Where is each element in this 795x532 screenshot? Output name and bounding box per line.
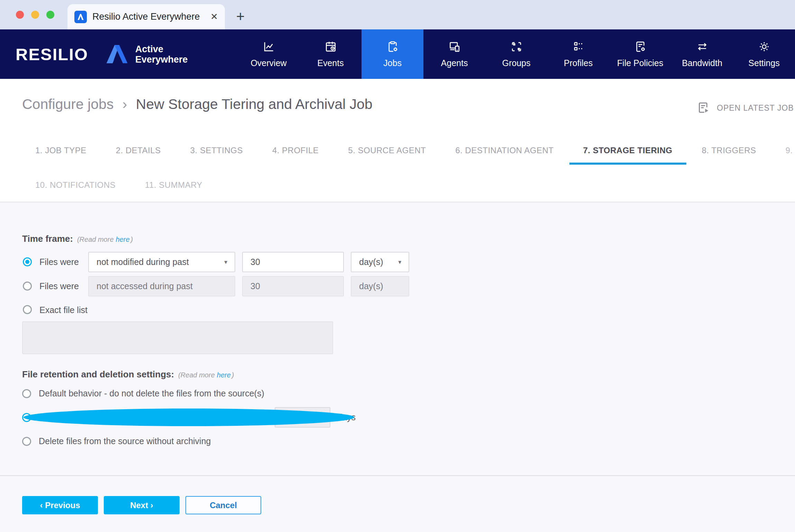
line-chart-icon — [262, 40, 275, 53]
nav-item-profiles[interactable]: Profiles — [547, 29, 609, 79]
maximize-window-button[interactable] — [46, 11, 54, 19]
step-tab-job-scripts[interactable]: 9. JO — [785, 145, 795, 156]
step-tab-notifications[interactable]: 10. NOTIFICATIONS — [35, 180, 116, 190]
retention-read-more-link[interactable]: here — [217, 371, 231, 379]
document-play-icon — [697, 101, 711, 115]
top-navbar: RESILIO Active Everywhere Overview — [0, 29, 795, 79]
browser-tab[interactable]: Resilio Active Everywhere ✕ — [67, 4, 225, 29]
nav-menu: Overview Events Jobs — [238, 29, 795, 79]
wizard-steps-row-2: 10. NOTIFICATIONS 11. SUMMARY — [35, 180, 232, 190]
nav-item-agents[interactable]: Agents — [423, 29, 485, 79]
exact-file-list-label: Exact file list — [39, 300, 88, 320]
gear-icon — [758, 40, 771, 53]
time-frame-option-accessed: Files were not accessed during past day(… — [0, 276, 795, 296]
step-tab-profile[interactable]: 4. PROFILE — [272, 145, 319, 156]
retention-option-delete: Delete files from the source without arc… — [22, 436, 211, 446]
storage-tiering-panel: Time frame:(Read morehere) Files were no… — [0, 203, 795, 532]
arrows-exchange-icon — [696, 40, 709, 53]
page-header: Configure jobs › New Storage Tiering and… — [0, 79, 795, 202]
resilio-wordmark: RESILIO — [16, 45, 88, 64]
new-tab-button[interactable]: + — [232, 9, 248, 25]
open-latest-job-report-button[interactable]: OPEN LATEST JOB R — [697, 101, 795, 115]
radio-files-not-accessed[interactable] — [23, 282, 32, 291]
breadcrumb-separator: › — [122, 96, 127, 112]
nav-item-events[interactable]: Events — [300, 29, 362, 79]
step-tab-details[interactable]: 2. DETAILS — [116, 145, 161, 156]
nav-item-overview[interactable]: Overview — [238, 29, 300, 79]
time-frame-read-more-link[interactable]: here — [116, 236, 130, 243]
retention-option-archive: Delete files from the source(s) and move… — [22, 407, 356, 428]
nav-item-groups[interactable]: Groups — [485, 29, 547, 79]
radio-default-behavior[interactable] — [22, 389, 31, 398]
next-button[interactable]: Next › — [104, 496, 180, 514]
default-behavior-label: Default behavior - do not delete the fil… — [39, 388, 264, 398]
browser-chrome: Resilio Active Everywhere ✕ + — [0, 0, 795, 29]
group-frame-icon — [510, 40, 523, 53]
breadcrumb-configure-jobs[interactable]: Configure jobs — [22, 96, 113, 112]
step-tab-destination-agent[interactable]: 6. DESTINATION AGENT — [455, 145, 554, 156]
window-controls — [16, 11, 54, 19]
exact-file-list-textarea[interactable] — [22, 321, 333, 354]
nav-item-settings[interactable]: Settings — [733, 29, 795, 79]
step-tab-summary[interactable]: 11. SUMMARY — [145, 180, 202, 190]
retention-heading: File retention and deletion settings:(Re… — [22, 369, 234, 380]
page-title: New Storage Tiering and Archival Job — [136, 96, 373, 112]
time-frame-heading: Time frame:(Read morehere) — [22, 233, 133, 244]
radio-move-to-archive[interactable] — [22, 413, 31, 422]
accessed-condition-select[interactable]: not accessed during past — [88, 276, 235, 296]
modified-condition-select[interactable]: not modified during past▼ — [88, 252, 235, 272]
modified-unit-select[interactable]: day(s)▼ — [351, 252, 409, 272]
tab-title: Resilio Active Everywhere — [92, 11, 205, 22]
app-window: Resilio Active Everywhere ✕ + RESILIO Ac… — [0, 0, 795, 532]
time-frame-option-exact-list: Exact file list — [0, 300, 795, 320]
nav-item-bandwidth[interactable]: Bandwidth — [671, 29, 733, 79]
product-name: Active Everywhere — [135, 44, 188, 65]
time-frame-option-modified: Files were not modified during past▼ day… — [0, 252, 795, 272]
delete-without-archiving-label: Delete files from the source without arc… — [39, 436, 211, 446]
accessed-days-input[interactable] — [242, 276, 344, 296]
clipboard-gear-icon — [386, 40, 399, 53]
tab-close-icon[interactable]: ✕ — [210, 11, 218, 22]
resilio-logo-icon — [106, 42, 130, 66]
nav-item-file-policies[interactable]: File Policies — [609, 29, 671, 79]
retention-option-default: Default behavior - do not delete the fil… — [22, 388, 264, 398]
files-were-label-1: Files were — [39, 252, 79, 272]
step-tab-storage-tiering[interactable]: 7. STORAGE TIERING — [583, 145, 672, 156]
document-gear-icon — [634, 40, 647, 53]
step-tab-triggers[interactable]: 8. TRIGGERS — [702, 145, 756, 156]
accessed-unit-select[interactable]: day(s) — [351, 276, 409, 296]
step-tab-source-agent[interactable]: 5. SOURCE AGENT — [348, 145, 426, 156]
brand: RESILIO Active Everywhere — [16, 42, 188, 66]
list-items-icon — [572, 40, 585, 53]
previous-button[interactable]: ‹ Previous — [22, 496, 98, 514]
radio-exact-file-list[interactable] — [23, 305, 32, 314]
footer-divider — [0, 475, 795, 476]
devices-icon — [448, 40, 461, 53]
modified-days-input[interactable] — [242, 252, 344, 272]
chevron-down-icon: ▼ — [397, 253, 402, 272]
resilio-favicon-icon — [74, 11, 87, 23]
radio-files-not-modified[interactable] — [23, 257, 32, 266]
minimize-window-button[interactable] — [31, 11, 39, 19]
step-tab-settings[interactable]: 3. SETTINGS — [190, 145, 243, 156]
close-window-button[interactable] — [16, 11, 24, 19]
step-tab-job-type[interactable]: 1. JOB TYPE — [35, 145, 86, 156]
chevron-down-icon: ▼ — [223, 253, 228, 272]
nav-item-jobs[interactable]: Jobs — [362, 29, 423, 79]
wizard-steps-row-1: 1. JOB TYPE 2. DETAILS 3. SETTINGS 4. PR… — [35, 145, 795, 156]
wizard-footer-buttons: ‹ Previous Next › Cancel — [22, 496, 261, 514]
calendar-clock-icon — [324, 40, 337, 53]
files-were-label-2: Files were — [39, 276, 79, 296]
breadcrumb: Configure jobs › New Storage Tiering and… — [22, 96, 373, 112]
radio-delete-without-archiving[interactable] — [22, 437, 31, 446]
cancel-button[interactable]: Cancel — [185, 496, 261, 514]
